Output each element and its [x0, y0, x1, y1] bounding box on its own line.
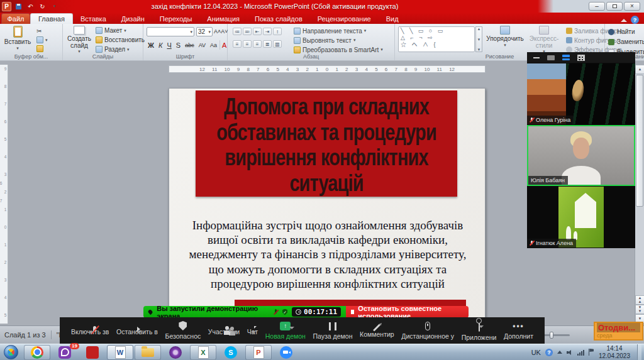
taskbar-tor[interactable]	[162, 345, 189, 360]
restore-button[interactable]	[606, 2, 623, 11]
increase-indent-button[interactable]: ⇥	[263, 28, 272, 35]
language-indicator[interactable]: UK	[531, 349, 541, 356]
text-direction-button[interactable]: Направление текста▾	[294, 26, 366, 35]
show-hidden-icons[interactable]	[557, 351, 562, 354]
columns-button[interactable]: ▥	[273, 40, 282, 48]
chevron-up-icon[interactable]	[136, 331, 141, 334]
font-name-combo[interactable]: ▾	[147, 27, 194, 36]
unmute-button[interactable]: Включить зв	[69, 317, 111, 344]
tab-transitions[interactable]: Переходы	[152, 13, 200, 24]
participant-video-2[interactable]: Юлія Бабаян	[527, 125, 635, 186]
network-icon[interactable]	[577, 349, 584, 356]
slide-body-text[interactable]: Інформаційна зустріч щодо ознайомлення з…	[180, 218, 475, 291]
line-spacing-button[interactable]: ↕	[273, 28, 282, 35]
taskbar-zoom[interactable]	[273, 345, 299, 360]
tab-insert[interactable]: Вставка	[73, 13, 114, 24]
align-left-button[interactable]: ≡	[233, 40, 242, 48]
tab-view[interactable]: Вид	[379, 13, 406, 24]
change-case-button[interactable]: Aa	[208, 40, 219, 50]
taskbar-acrobat[interactable]	[79, 345, 106, 360]
replace-button[interactable]: Заменить▾	[608, 37, 644, 46]
tab-slideshow[interactable]: Показ слайдов	[247, 13, 310, 24]
scrollbar-thumb[interactable]	[636, 75, 643, 207]
taskbar-file-explorer[interactable]	[135, 345, 161, 360]
taskbar-powerpoint[interactable]: P	[245, 345, 272, 360]
tab-file[interactable]: Файл	[1, 13, 30, 24]
numbering-button[interactable]: ≕	[243, 28, 252, 35]
slide-canvas[interactable]: Допомога при складних обставинах та проц…	[169, 88, 486, 325]
help-tray-icon[interactable]: ?	[545, 349, 553, 356]
copy-button[interactable]: ▾	[36, 36, 48, 43]
reset-button[interactable]: Восстановить	[96, 36, 145, 43]
chevron-up-icon[interactable]	[289, 327, 294, 329]
apps-button[interactable]: Приложени	[459, 317, 499, 344]
slide-title-placeholder[interactable]: Допомога при складних обставинах та проц…	[196, 90, 457, 197]
show-desktop-button[interactable]	[637, 344, 641, 360]
previous-slide-icon[interactable]: ▲▲	[635, 295, 644, 305]
taskbar-word[interactable]: W	[107, 345, 133, 360]
remote-control-button[interactable]: Дистанционное у	[399, 317, 457, 344]
more-button[interactable]: ••• Дополнит	[501, 317, 536, 344]
minimize-button[interactable]: –	[589, 2, 605, 11]
grow-shrink-font[interactable]: A˄A˅	[214, 28, 228, 35]
shadow-button[interactable]: S	[174, 40, 182, 50]
shapes-gallery-scroll[interactable]: ▲▼▼	[475, 26, 482, 52]
taskbar-viber[interactable]: 19	[52, 345, 78, 360]
chevron-up-icon[interactable]	[233, 331, 238, 334]
scroll-up-icon[interactable]: ▲	[635, 65, 644, 74]
section-button[interactable]: Раздел▾	[96, 46, 130, 53]
justify-button[interactable]: ≣	[263, 40, 272, 48]
gallery-view-icon[interactable]	[562, 55, 570, 60]
help-icon[interactable]: ?	[631, 16, 639, 24]
volume-icon[interactable]	[567, 349, 573, 356]
pause-share-button[interactable]: Пауза демон	[311, 317, 355, 344]
font-size-combo[interactable]: 32▾	[196, 27, 213, 36]
windows-start-button[interactable]	[4, 345, 18, 359]
italic-button[interactable]: К	[157, 40, 164, 50]
participants-button[interactable]: 18 Участники	[206, 317, 242, 344]
security-button[interactable]: Безопаснос	[163, 317, 204, 344]
character-spacing-button[interactable]: AV	[197, 40, 208, 50]
format-painter-button[interactable]	[36, 45, 43, 52]
chevron-up-icon[interactable]	[479, 325, 484, 328]
tray-clock[interactable]: 14:14 12.04.2023	[599, 345, 633, 360]
shapes-gallery[interactable]: ╲ ╲ ▭ ○ ▭ △ ⌐ ¬ ⇨ ☆ ヘ ∧ {	[398, 26, 475, 52]
paste-button[interactable]: Вставить ▾	[4, 26, 31, 55]
arrange-button[interactable]: Упорядочить ▾	[487, 26, 523, 55]
bullets-button[interactable]: ≔	[233, 28, 242, 35]
tab-review[interactable]: Рецензирование	[310, 13, 379, 24]
action-center-flag-icon[interactable]	[589, 349, 594, 356]
tab-home[interactable]: Главная	[30, 13, 73, 24]
tab-animations[interactable]: Анимация	[199, 13, 247, 24]
pin-icon[interactable]	[147, 309, 153, 315]
speaker-view-icon[interactable]	[547, 55, 555, 60]
collapse-ribbon-icon[interactable]	[621, 18, 627, 22]
align-text-button[interactable]: Выровнять текст▾	[294, 36, 355, 45]
minimize-videos-icon[interactable]	[533, 57, 540, 58]
quick-styles-button[interactable]: Экспресс-стили ▾	[525, 26, 564, 55]
new-slide-button[interactable]: Создать слайд ▾	[65, 26, 93, 55]
underline-button[interactable]: Ч	[165, 40, 173, 50]
chevron-up-icon[interactable]	[251, 331, 256, 334]
convert-smartart-button[interactable]: Преобразовать в SmartArt▾	[294, 45, 383, 54]
taskbar-excel[interactable]: X	[190, 345, 216, 360]
annotate-button[interactable]: Комментир	[357, 317, 397, 344]
close-button[interactable]: ×	[624, 2, 640, 11]
taskbar-skype[interactable]: S	[218, 345, 244, 360]
layout-button[interactable]: Макет▾	[96, 27, 126, 34]
strikethrough-button[interactable]: abc	[183, 40, 196, 50]
grid-view-icon[interactable]	[577, 55, 585, 61]
decrease-indent-button[interactable]: ⇤	[253, 28, 262, 35]
participant-video-1[interactable]: Олена Гуріна	[527, 63, 635, 124]
zoom-slider-thumb[interactable]	[550, 332, 553, 339]
align-center-button[interactable]: ≡	[243, 40, 252, 48]
move-notification[interactable]: Отодви... среда	[594, 322, 643, 341]
bold-button[interactable]: Ж	[146, 40, 156, 50]
align-right-button[interactable]: ≡	[253, 40, 262, 48]
chat-button[interactable]: Чат	[245, 317, 260, 344]
tab-design[interactable]: Дизайн	[114, 13, 152, 24]
participant-video-3[interactable]: Ігнатюк Алена	[527, 187, 635, 248]
new-share-button[interactable]: ↑ Новая демон	[263, 317, 308, 344]
find-button[interactable]: Найти	[608, 27, 635, 36]
stop-share-button[interactable]: Остановить совместное использование	[346, 306, 469, 318]
